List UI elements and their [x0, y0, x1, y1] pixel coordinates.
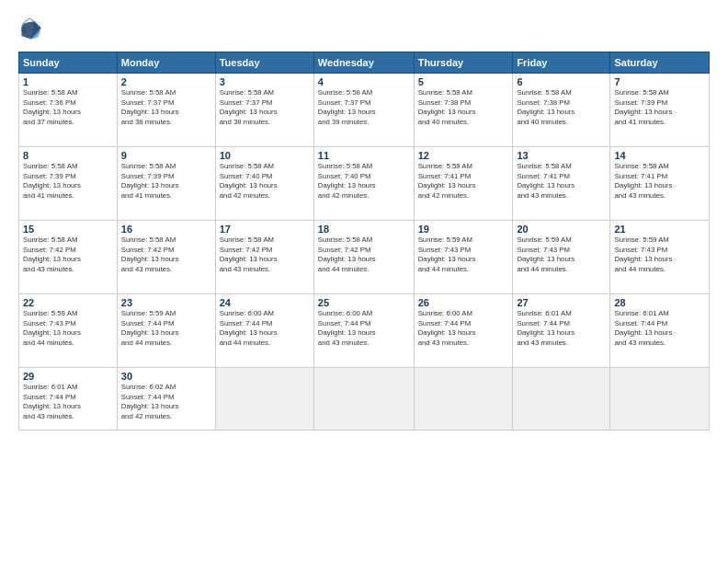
day-of-week-sunday: Sunday — [19, 52, 118, 74]
day-info: Sunrise: 5:59 AM Sunset: 7:44 PM Dayligh… — [121, 309, 211, 348]
day-info: Sunrise: 5:58 AM Sunset: 7:39 PM Dayligh… — [23, 162, 113, 201]
calendar-cell: 23Sunrise: 5:59 AM Sunset: 7:44 PM Dayli… — [117, 294, 215, 368]
day-info: Sunrise: 5:59 AM Sunset: 7:43 PM Dayligh… — [517, 236, 606, 274]
day-info: Sunrise: 5:59 AM Sunset: 7:43 PM Dayligh… — [23, 309, 113, 348]
day-info: Sunrise: 6:02 AM Sunset: 7:44 PM Dayligh… — [121, 383, 211, 421]
calendar-cell: 17Sunrise: 5:58 AM Sunset: 7:42 PM Dayli… — [215, 221, 313, 294]
day-number: 17 — [220, 224, 310, 235]
day-of-week-monday: Monday — [117, 52, 215, 74]
logo: G — [18, 17, 48, 42]
day-number: 2 — [121, 76, 211, 87]
day-number: 8 — [23, 150, 113, 161]
calendar-cell: 18Sunrise: 5:58 AM Sunset: 7:42 PM Dayli… — [313, 221, 414, 294]
calendar-cell: 25Sunrise: 6:00 AM Sunset: 7:44 PM Dayli… — [313, 294, 414, 368]
day-number: 27 — [517, 297, 606, 308]
calendar-cell: 5Sunrise: 5:58 AM Sunset: 7:38 PM Daylig… — [414, 74, 513, 147]
day-info: Sunrise: 5:58 AM Sunset: 7:42 PM Dayligh… — [121, 236, 211, 274]
day-number: 26 — [418, 297, 509, 308]
day-number: 13 — [517, 150, 606, 161]
day-number: 9 — [121, 150, 211, 161]
day-number: 11 — [318, 150, 410, 161]
calendar-cell: 14Sunrise: 5:58 AM Sunset: 7:41 PM Dayli… — [610, 147, 710, 221]
calendar-cell: 26Sunrise: 6:00 AM Sunset: 7:44 PM Dayli… — [414, 294, 513, 368]
day-info: Sunrise: 6:01 AM Sunset: 7:44 PM Dayligh… — [517, 309, 606, 348]
calendar-cell: 15Sunrise: 5:58 AM Sunset: 7:42 PM Dayli… — [19, 221, 118, 294]
day-info: Sunrise: 6:00 AM Sunset: 7:44 PM Dayligh… — [220, 309, 310, 348]
calendar-cell: 2Sunrise: 5:58 AM Sunset: 7:37 PM Daylig… — [117, 74, 215, 147]
calendar-cell: 19Sunrise: 5:59 AM Sunset: 7:43 PM Dayli… — [414, 221, 513, 294]
day-info: Sunrise: 5:58 AM Sunset: 7:36 PM Dayligh… — [23, 88, 113, 127]
day-info: Sunrise: 5:58 AM Sunset: 7:39 PM Dayligh… — [121, 162, 211, 201]
day-number: 21 — [614, 224, 705, 235]
calendar-cell: 3Sunrise: 5:58 AM Sunset: 7:37 PM Daylig… — [215, 74, 313, 147]
calendar-cell: 13Sunrise: 5:58 AM Sunset: 7:41 PM Dayli… — [513, 147, 610, 221]
day-number: 23 — [121, 297, 211, 308]
calendar-cell: 20Sunrise: 5:59 AM Sunset: 7:43 PM Dayli… — [513, 221, 610, 294]
day-number: 16 — [121, 224, 211, 235]
calendar-cell: 1Sunrise: 5:58 AM Sunset: 7:36 PM Daylig… — [19, 74, 118, 147]
calendar-cell: 16Sunrise: 5:58 AM Sunset: 7:42 PM Dayli… — [117, 221, 215, 294]
day-info: Sunrise: 5:58 AM Sunset: 7:41 PM Dayligh… — [418, 162, 509, 201]
calendar-cell — [414, 368, 513, 431]
day-number: 18 — [318, 224, 410, 235]
day-of-week-wednesday: Wednesday — [313, 52, 414, 74]
day-number: 28 — [614, 297, 705, 308]
day-info: Sunrise: 5:59 AM Sunset: 7:43 PM Dayligh… — [418, 236, 509, 274]
day-of-week-tuesday: Tuesday — [215, 52, 313, 74]
calendar: SundayMondayTuesdayWednesdayThursdayFrid… — [18, 52, 710, 431]
calendar-cell: 11Sunrise: 5:58 AM Sunset: 7:40 PM Dayli… — [313, 147, 414, 221]
logo-icon: G — [18, 17, 44, 42]
calendar-cell: 12Sunrise: 5:58 AM Sunset: 7:41 PM Dayli… — [414, 147, 513, 221]
day-info: Sunrise: 6:01 AM Sunset: 7:44 PM Dayligh… — [23, 383, 113, 421]
day-of-week-thursday: Thursday — [414, 52, 513, 74]
day-number: 22 — [23, 297, 113, 308]
calendar-cell — [215, 368, 313, 431]
calendar-cell: 8Sunrise: 5:58 AM Sunset: 7:39 PM Daylig… — [19, 147, 118, 221]
calendar-cell: 21Sunrise: 5:59 AM Sunset: 7:43 PM Dayli… — [610, 221, 710, 294]
header: G — [18, 17, 710, 42]
day-info: Sunrise: 5:58 AM Sunset: 7:40 PM Dayligh… — [220, 162, 310, 201]
calendar-cell: 7Sunrise: 5:58 AM Sunset: 7:39 PM Daylig… — [610, 74, 710, 147]
day-info: Sunrise: 5:58 AM Sunset: 7:42 PM Dayligh… — [318, 236, 410, 274]
day-number: 5 — [418, 76, 509, 87]
day-info: Sunrise: 5:58 AM Sunset: 7:42 PM Dayligh… — [23, 236, 113, 274]
day-info: Sunrise: 5:58 AM Sunset: 7:40 PM Dayligh… — [318, 162, 410, 201]
day-info: Sunrise: 5:58 AM Sunset: 7:37 PM Dayligh… — [121, 88, 211, 127]
day-number: 10 — [220, 150, 310, 161]
day-number: 6 — [517, 76, 606, 87]
day-number: 30 — [121, 371, 211, 382]
day-of-week-friday: Friday — [513, 52, 610, 74]
day-info: Sunrise: 5:58 AM Sunset: 7:38 PM Dayligh… — [517, 88, 606, 127]
day-number: 7 — [614, 76, 705, 87]
day-info: Sunrise: 6:00 AM Sunset: 7:44 PM Dayligh… — [318, 309, 410, 348]
calendar-cell: 6Sunrise: 5:58 AM Sunset: 7:38 PM Daylig… — [513, 74, 610, 147]
calendar-cell — [610, 368, 710, 431]
day-number: 15 — [23, 224, 113, 235]
day-number: 20 — [517, 224, 606, 235]
day-number: 19 — [418, 224, 509, 235]
calendar-cell: 27Sunrise: 6:01 AM Sunset: 7:44 PM Dayli… — [513, 294, 610, 368]
day-info: Sunrise: 5:58 AM Sunset: 7:37 PM Dayligh… — [220, 88, 310, 127]
day-info: Sunrise: 5:58 AM Sunset: 7:39 PM Dayligh… — [614, 88, 705, 127]
calendar-cell: 4Sunrise: 5:58 AM Sunset: 7:37 PM Daylig… — [313, 74, 414, 147]
day-number: 1 — [23, 76, 113, 87]
day-number: 24 — [220, 297, 310, 308]
calendar-cell: 30Sunrise: 6:02 AM Sunset: 7:44 PM Dayli… — [117, 368, 215, 431]
day-number: 3 — [220, 76, 310, 87]
day-number: 25 — [318, 297, 410, 308]
calendar-cell — [513, 368, 610, 431]
calendar-cell: 9Sunrise: 5:58 AM Sunset: 7:39 PM Daylig… — [117, 147, 215, 221]
calendar-cell — [313, 368, 414, 431]
day-info: Sunrise: 6:00 AM Sunset: 7:44 PM Dayligh… — [418, 309, 509, 348]
calendar-cell: 22Sunrise: 5:59 AM Sunset: 7:43 PM Dayli… — [19, 294, 118, 368]
calendar-cell: 28Sunrise: 6:01 AM Sunset: 7:44 PM Dayli… — [610, 294, 710, 368]
day-of-week-saturday: Saturday — [610, 52, 710, 74]
day-info: Sunrise: 6:01 AM Sunset: 7:44 PM Dayligh… — [614, 309, 705, 348]
day-number: 29 — [23, 371, 113, 382]
page: G SundayMondayTuesdayWednesdayThursdayFr… — [0, 0, 728, 563]
day-info: Sunrise: 5:58 AM Sunset: 7:41 PM Dayligh… — [614, 162, 705, 201]
day-info: Sunrise: 5:58 AM Sunset: 7:37 PM Dayligh… — [318, 88, 410, 127]
calendar-cell: 24Sunrise: 6:00 AM Sunset: 7:44 PM Dayli… — [215, 294, 313, 368]
day-number: 14 — [614, 150, 705, 161]
svg-text:G: G — [22, 27, 28, 33]
